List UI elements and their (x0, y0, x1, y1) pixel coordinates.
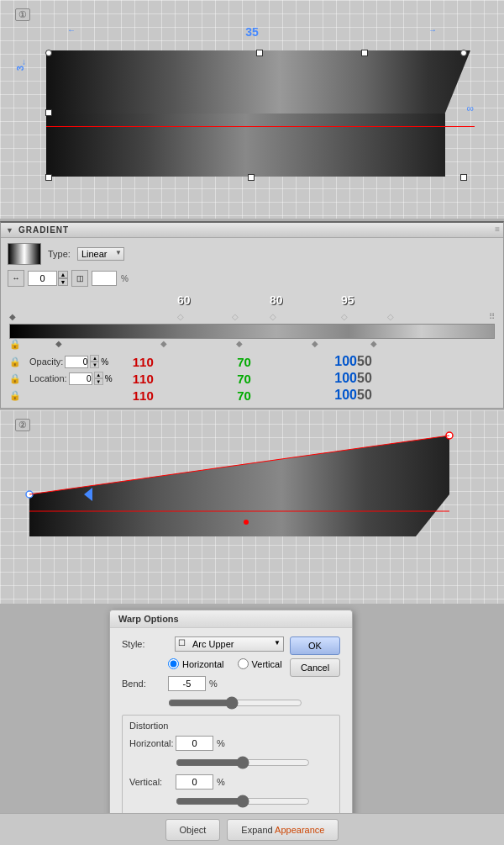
gradient-controls: ↔ ▲ ▼ ◫ % (8, 270, 129, 287)
expand-label-part1: Expand (241, 825, 275, 835)
angle-up-btn[interactable]: ▲ (58, 271, 68, 278)
stop-num-80: 80 (270, 293, 283, 307)
horiz-distort-input[interactable] (176, 736, 213, 751)
bend-row: Bend: % (122, 676, 340, 691)
top-stop-6[interactable]: ◇ (387, 312, 394, 321)
location-field-wrapper: Location: ▲ ▼ % (29, 372, 88, 385)
handle-tm2[interactable] (361, 50, 368, 56)
bend-section: Bend: % (122, 676, 340, 710)
section2-number: ② (15, 419, 30, 431)
lock-col1[interactable]: 🔒 (9, 356, 24, 367)
red-val-3: 110 (93, 388, 192, 403)
style-select[interactable]: Arc Upper Arc Arc Lower Flag (175, 636, 284, 652)
horizontal-radio[interactable] (168, 658, 179, 669)
grip-icon[interactable]: ⠿ (489, 312, 495, 321)
vertical-radio[interactable] (238, 658, 249, 669)
bend-input[interactable] (168, 676, 206, 691)
section1-canvas: ① 35 ← → 3 ↓ ∞ (0, 0, 504, 219)
blue-pair-3: 10050 (296, 388, 412, 403)
red-val-1: 110 (93, 355, 192, 369)
distortion-title: Distortion (129, 721, 333, 731)
warp-buttons: OK Cancel (290, 636, 340, 677)
dim-width-label: 35 (245, 25, 259, 39)
handle-tr[interactable] (460, 50, 467, 56)
gradient-stroke-btn[interactable]: ◫ (71, 270, 88, 287)
type-select[interactable]: Linear Radial (77, 247, 124, 261)
opacity-label: Opacity: (29, 356, 63, 367)
green-val-1: 70 (197, 355, 290, 369)
style-select-wrapper[interactable]: Arc Upper Arc Arc Lower Flag (175, 636, 284, 652)
horiz-distort-slider[interactable] (176, 756, 310, 769)
opacity-input[interactable] (65, 356, 88, 368)
bend-slider[interactable] (168, 696, 302, 710)
warp-dialog-title: Warp Options (110, 610, 352, 628)
infinity-symbol: ∞ (466, 103, 474, 114)
panel-collapse-icon[interactable]: ▼ (6, 226, 13, 235)
location-input[interactable] (69, 372, 92, 385)
panel-menu-icon[interactable]: ≡ (495, 224, 500, 234)
lock-col3[interactable]: 🔒 (9, 390, 24, 401)
angle-input[interactable] (28, 271, 57, 286)
top-stop-3[interactable]: ◇ (232, 312, 239, 321)
bottom-stop-1[interactable]: ◆ (55, 339, 62, 348)
warp-dialog: Warp Options OK Cancel Style: Arc Upper … (109, 610, 353, 844)
handle-bl[interactable] (45, 174, 52, 181)
green-val-3: 70 (197, 388, 290, 403)
gradient-extra-input[interactable] (92, 271, 117, 286)
bottom-stops-row: 🔒 ◆ ◆ ◆ ◆ ◆ (9, 339, 495, 351)
handle-br[interactable] (460, 174, 467, 181)
bottom-stop-lock[interactable]: 🔒 (9, 339, 21, 350)
type-select-wrapper[interactable]: Linear Radial (77, 247, 124, 261)
gradient-bar[interactable] (9, 324, 495, 339)
bottom-stop-2[interactable]: ◆ (160, 339, 167, 348)
vert-distort-slider[interactable] (176, 795, 310, 808)
horizontal-radio-label[interactable]: Horizontal (168, 658, 224, 669)
top-stop-1[interactable]: ◆ (9, 312, 16, 321)
bottom-stop-4[interactable]: ◆ (312, 339, 318, 348)
gradient-panel-body: Type: Linear Radial ↔ ▲ ▼ ◫ (1, 238, 503, 408)
handle-bm[interactable] (248, 174, 255, 181)
lock-col2[interactable]: 🔒 (9, 373, 24, 384)
top-stops-row: ◆ ◇ ◇ ◇ ◇ ◇ ⠿ (9, 312, 495, 324)
expand-appearance-button[interactable]: Expand Appearance (227, 819, 339, 841)
gradient-preview[interactable] (8, 243, 41, 265)
gradient-numbers-area: 60 80 95 ◆ ◇ ◇ ◇ ◇ ◇ ⠿ 🔒 ◆ (9, 293, 495, 351)
top-stop-4[interactable]: ◇ (270, 312, 276, 321)
top-stop-5[interactable]: ◇ (341, 312, 348, 321)
horiz-distort-row: Horizontal: % (129, 736, 333, 751)
bottom-stop-5[interactable]: ◆ (370, 339, 377, 348)
object-button[interactable]: Object (165, 819, 221, 841)
gradient-bar-container[interactable] (9, 324, 495, 339)
bottom-toolbar: Object Expand Appearance (0, 813, 504, 845)
stop-num-95: 95 (341, 293, 354, 307)
ok-button[interactable]: OK (290, 636, 340, 655)
stop-numbers-row: 60 80 95 (9, 293, 495, 312)
bend-label: Bend: (122, 679, 168, 689)
dim-arrow-down: ↓ (22, 57, 26, 66)
vertical-label: Vertical (252, 659, 282, 669)
cancel-button[interactable]: Cancel (290, 658, 340, 677)
horiz-percent: % (217, 738, 225, 748)
type-label: Type: (48, 249, 71, 259)
red-val-2: 110 (93, 372, 192, 386)
handle-tl[interactable] (45, 50, 52, 56)
gradient-reverse-btn[interactable]: ↔ (8, 270, 24, 287)
top-stop-2[interactable]: ◇ (177, 312, 184, 321)
vert-distort-input[interactable] (176, 774, 213, 790)
vertical-radio-label[interactable]: Vertical (238, 658, 282, 669)
bottom-stop-3[interactable]: ◆ (236, 339, 243, 348)
angle-down-btn[interactable]: ▼ (58, 278, 68, 286)
angle-field: ▲ ▼ (28, 271, 68, 286)
dim-arrow-left: ← (67, 25, 76, 34)
percent-sign: % (121, 274, 129, 283)
section2-canvas: ② (0, 410, 504, 604)
handle-ml[interactable] (45, 109, 52, 116)
vert-percent: % (217, 777, 225, 787)
warp-options-inner: OK Cancel Style: Arc Upper Arc Arc Lower… (122, 636, 340, 835)
gradient-panel: ▼ GRADIENT ≡ Type: Linear Radial ↔ (0, 221, 504, 409)
handle-tm[interactable] (256, 50, 263, 56)
horiz-distort-label: Horizontal: (129, 738, 176, 748)
angle-stepper: ▲ ▼ (58, 271, 68, 286)
opacity-field-wrapper: Opacity: ▲ ▼ % (29, 355, 88, 368)
gradient-shape-bottom (46, 114, 445, 177)
